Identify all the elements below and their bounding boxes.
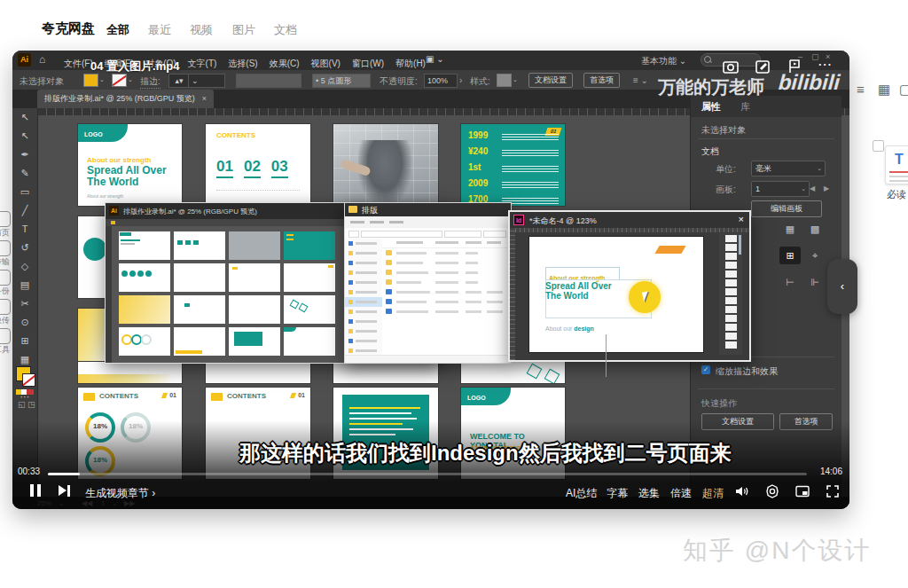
stroke-label[interactable]: 描边:: [140, 75, 160, 89]
file-row[interactable]: [382, 258, 511, 268]
tab-properties[interactable]: 属性: [701, 100, 721, 114]
pip-icon[interactable]: [794, 483, 810, 499]
episodes-button[interactable]: 选集: [638, 486, 660, 501]
speed-button[interactable]: 倍速: [670, 486, 692, 501]
tab-all[interactable]: 全部: [106, 22, 129, 38]
tree-item[interactable]: [345, 287, 382, 297]
artboard-tool-icon[interactable]: ⊞: [12, 332, 37, 350]
file-list[interactable]: [382, 239, 511, 356]
menu-item[interactable]: 文件(F): [64, 58, 93, 70]
window-indesign[interactable]: Id *未命名-4 @ 123% × About our strength Sp…: [508, 210, 751, 362]
gradient-tool-icon[interactable]: ▤: [12, 276, 37, 294]
tab-image[interactable]: 图片: [232, 22, 255, 38]
brush-preview[interactable]: [236, 74, 301, 88]
tree-item-selected[interactable]: [345, 297, 382, 307]
left-nav-item[interactable]: 首页: [0, 211, 12, 240]
zoom-tool-icon[interactable]: ⊙: [12, 313, 37, 332]
quality-button[interactable]: 超清: [702, 486, 724, 501]
document-tab[interactable]: 排版作业录制.ai* @ 25% (RGB/GPU 预览)×: [37, 90, 214, 108]
paintbrush-tool-icon[interactable]: ╱: [12, 201, 37, 220]
file-name[interactable]: 必读: [887, 188, 906, 201]
chevron-down-icon[interactable]: ⌄: [99, 76, 105, 83]
menu-item[interactable]: 文字(T): [188, 58, 217, 70]
ai-summary-button[interactable]: AI总结: [566, 486, 597, 501]
file-row[interactable]: [382, 297, 511, 307]
file-row[interactable]: [382, 278, 511, 287]
left-nav-item[interactable]: 传输: [0, 240, 12, 270]
pages-panel[interactable]: [719, 233, 742, 355]
align-baseline-icon[interactable]: ⊩: [804, 273, 826, 291]
snap-grid-icon[interactable]: ▩: [804, 220, 826, 238]
tree-item[interactable]: [345, 278, 382, 287]
menu-item[interactable]: 窗口(W): [352, 58, 384, 70]
folder-tree[interactable]: [345, 239, 383, 356]
rectangle-tool-icon[interactable]: ▭: [12, 183, 37, 201]
more-icon[interactable]: ⋯: [818, 56, 833, 73]
type-tool-icon[interactable]: T: [12, 220, 37, 239]
grid-view-icon[interactable]: ▦: [878, 82, 890, 98]
prev-artboard-icon[interactable]: ◀: [810, 184, 815, 192]
preferences-button[interactable]: 首选项: [583, 73, 620, 88]
chapters-button[interactable]: 生成视频章节 ›: [85, 486, 155, 501]
cast-icon[interactable]: [786, 58, 803, 75]
align-menu-icon[interactable]: ≡ ⌄: [633, 75, 648, 85]
file-row[interactable]: [382, 287, 511, 297]
next-artboard-icon[interactable]: ▶: [824, 184, 829, 192]
column-headers[interactable]: [382, 239, 511, 248]
tree-item[interactable]: [345, 307, 382, 317]
column-view-icon[interactable]: ▢: [899, 82, 908, 98]
tree-item[interactable]: [345, 336, 382, 346]
show-grid-icon[interactable]: ▦: [779, 220, 801, 238]
fullscreen-icon[interactable]: [825, 483, 841, 499]
style-swatch[interactable]: [497, 74, 512, 87]
arrange-documents-icon[interactable]: ▣ ⌄: [426, 54, 444, 64]
menu-item[interactable]: 帮助(H): [395, 58, 426, 70]
note-icon[interactable]: [754, 58, 771, 75]
align-glyph-icon[interactable]: ⊢: [779, 273, 801, 291]
tree-item[interactable]: [345, 326, 382, 336]
pixel-grid-icon[interactable]: ⊞: [779, 247, 801, 264]
artboard-select[interactable]: 1⌄: [751, 181, 810, 197]
home-icon[interactable]: ⌂: [39, 53, 45, 66]
unit-select[interactable]: 毫米⌄: [751, 161, 826, 176]
checkbox-checked-icon[interactable]: ✓: [701, 365, 710, 374]
chevron-right-icon[interactable]: ›: [459, 75, 462, 85]
opacity-value[interactable]: 100%: [424, 74, 458, 88]
settings-icon[interactable]: [764, 483, 780, 499]
list-view-icon[interactable]: ≡: [857, 82, 865, 97]
left-nav-item[interactable]: 快传: [0, 299, 12, 328]
draw-mode-icons[interactable]: ◱ ◳: [18, 400, 35, 409]
file-thumbnail[interactable]: T: [885, 145, 908, 184]
stroke-width-select[interactable]: ⌄: [188, 74, 225, 88]
tree-item[interactable]: [345, 239, 382, 248]
window-titlebar[interactable]: Id *未命名-4 @ 123% ×: [510, 212, 749, 228]
scissors-tool-icon[interactable]: ✂: [12, 294, 37, 313]
curvature-tool-icon[interactable]: ✎: [12, 164, 37, 183]
tree-item[interactable]: [345, 268, 382, 278]
window-file-explorer[interactable]: 排版: [344, 202, 512, 364]
screenshot-icon[interactable]: [722, 58, 740, 75]
fill-swatch[interactable]: [83, 74, 98, 87]
menu-item[interactable]: 效果(C): [270, 58, 300, 70]
selected-text-frame[interactable]: About our strength: [545, 267, 620, 280]
tab-recent[interactable]: 最近: [148, 22, 171, 38]
pause-button[interactable]: [30, 484, 43, 497]
volume-icon[interactable]: [734, 483, 750, 499]
left-nav-item[interactable]: 备份: [0, 270, 12, 299]
document-setup-button[interactable]: 文档设置: [528, 73, 573, 88]
workspace-switcher[interactable]: 基本功能 ⌄: [641, 55, 686, 67]
file-row[interactable]: [382, 307, 511, 317]
tree-item[interactable]: [345, 248, 382, 258]
next-episode-button[interactable]: [59, 484, 71, 497]
tab-doc[interactable]: 文档: [274, 22, 297, 38]
tab-video[interactable]: 视频: [190, 22, 213, 38]
file-row[interactable]: [382, 268, 511, 278]
chevron-down-icon[interactable]: ⌄: [128, 76, 133, 83]
close-icon[interactable]: ×: [739, 214, 744, 224]
window-titlebar[interactable]: 排版: [345, 203, 511, 216]
video-player[interactable]: Ai ⌂ 文件(F)编辑(E)对象(O)文字(T)选择(S)效果(C)视图(V)…: [12, 51, 849, 509]
file-checkbox[interactable]: [873, 140, 884, 152]
selection-tool-icon[interactable]: ↖: [12, 108, 37, 127]
snap-point-icon[interactable]: ⌖: [804, 247, 826, 264]
pen-tool-icon[interactable]: ✒: [12, 145, 37, 164]
